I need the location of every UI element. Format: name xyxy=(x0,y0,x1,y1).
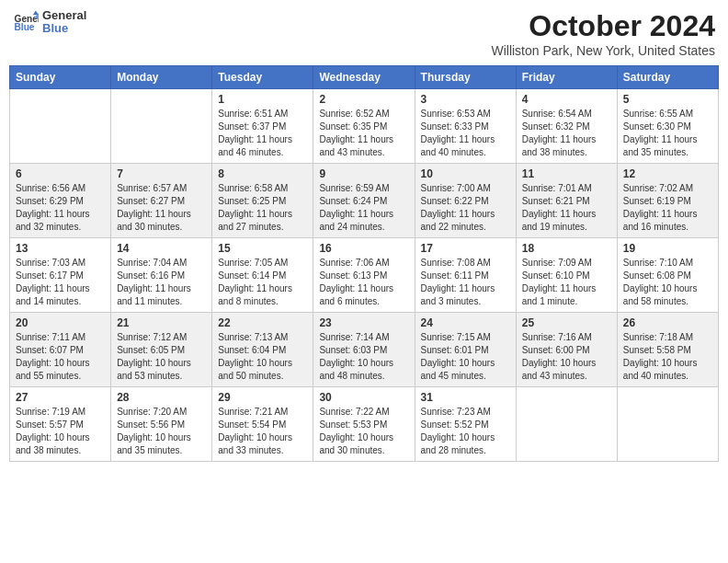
calendar-day-cell: 27Sunrise: 7:19 AM Sunset: 5:57 PM Dayli… xyxy=(10,387,111,462)
day-detail: Sunrise: 7:23 AM Sunset: 5:52 PM Dayligh… xyxy=(421,406,510,457)
day-detail: Sunrise: 6:58 AM Sunset: 6:25 PM Dayligh… xyxy=(218,182,307,234)
calendar-subtitle: Williston Park, New York, United States xyxy=(491,43,715,58)
day-number: 11 xyxy=(522,167,611,180)
logo-icon: General Blue xyxy=(13,9,39,35)
day-number: 25 xyxy=(522,316,611,329)
day-number: 18 xyxy=(522,242,611,255)
calendar-day-cell: 24Sunrise: 7:15 AM Sunset: 6:01 PM Dayli… xyxy=(415,313,516,387)
day-number: 27 xyxy=(16,391,105,404)
logo-line1: General xyxy=(42,9,86,22)
day-number: 23 xyxy=(319,316,408,329)
calendar-day-cell: 12Sunrise: 7:02 AM Sunset: 6:19 PM Dayli… xyxy=(617,164,718,238)
calendar-day-cell: 5Sunrise: 6:55 AM Sunset: 6:30 PM Daylig… xyxy=(617,89,718,164)
calendar-week-row: 1Sunrise: 6:51 AM Sunset: 6:37 PM Daylig… xyxy=(10,89,719,164)
day-of-week-header: Saturday xyxy=(617,66,718,89)
calendar-day-cell: 25Sunrise: 7:16 AM Sunset: 6:00 PM Dayli… xyxy=(516,313,617,387)
calendar-day-cell: 20Sunrise: 7:11 AM Sunset: 6:07 PM Dayli… xyxy=(10,313,111,387)
day-number: 16 xyxy=(319,242,408,255)
day-detail: Sunrise: 7:19 AM Sunset: 5:57 PM Dayligh… xyxy=(16,406,105,457)
calendar-day-cell xyxy=(111,89,212,164)
calendar-day-cell: 3Sunrise: 6:53 AM Sunset: 6:33 PM Daylig… xyxy=(415,89,516,164)
day-detail: Sunrise: 7:06 AM Sunset: 6:13 PM Dayligh… xyxy=(319,257,408,308)
day-detail: Sunrise: 6:56 AM Sunset: 6:29 PM Dayligh… xyxy=(16,182,105,234)
calendar-week-row: 27Sunrise: 7:19 AM Sunset: 5:57 PM Dayli… xyxy=(10,387,719,462)
day-of-week-header: Monday xyxy=(111,66,212,89)
day-detail: Sunrise: 7:11 AM Sunset: 6:07 PM Dayligh… xyxy=(16,331,105,383)
day-detail: Sunrise: 7:20 AM Sunset: 5:56 PM Dayligh… xyxy=(117,406,206,457)
calendar-day-cell: 10Sunrise: 7:00 AM Sunset: 6:22 PM Dayli… xyxy=(415,164,516,238)
calendar-day-cell: 19Sunrise: 7:10 AM Sunset: 6:08 PM Dayli… xyxy=(617,238,718,313)
calendar-day-cell: 23Sunrise: 7:14 AM Sunset: 6:03 PM Dayli… xyxy=(313,313,415,387)
calendar-day-cell: 21Sunrise: 7:12 AM Sunset: 6:05 PM Dayli… xyxy=(111,313,212,387)
day-of-week-header: Wednesday xyxy=(313,66,415,89)
day-detail: Sunrise: 7:21 AM Sunset: 5:54 PM Dayligh… xyxy=(218,406,307,457)
day-number: 7 xyxy=(117,167,206,180)
day-of-week-header: Tuesday xyxy=(212,66,313,89)
day-detail: Sunrise: 7:10 AM Sunset: 6:08 PM Dayligh… xyxy=(623,257,712,308)
day-number: 6 xyxy=(16,167,105,180)
day-detail: Sunrise: 6:57 AM Sunset: 6:27 PM Dayligh… xyxy=(117,182,206,234)
calendar-header-row: SundayMondayTuesdayWednesdayThursdayFrid… xyxy=(10,66,719,89)
calendar-day-cell: 26Sunrise: 7:18 AM Sunset: 5:58 PM Dayli… xyxy=(617,313,718,387)
day-detail: Sunrise: 7:00 AM Sunset: 6:22 PM Dayligh… xyxy=(421,182,510,234)
day-number: 14 xyxy=(117,242,206,255)
day-of-week-header: Thursday xyxy=(415,66,516,89)
calendar-day-cell: 4Sunrise: 6:54 AM Sunset: 6:32 PM Daylig… xyxy=(516,89,617,164)
day-number: 28 xyxy=(117,391,206,404)
day-detail: Sunrise: 7:04 AM Sunset: 6:16 PM Dayligh… xyxy=(117,257,206,308)
day-detail: Sunrise: 7:12 AM Sunset: 6:05 PM Dayligh… xyxy=(117,331,206,383)
svg-text:Blue: Blue xyxy=(15,23,35,33)
calendar-day-cell: 15Sunrise: 7:05 AM Sunset: 6:14 PM Dayli… xyxy=(212,238,313,313)
day-detail: Sunrise: 6:52 AM Sunset: 6:35 PM Dayligh… xyxy=(319,108,408,159)
calendar-day-cell: 6Sunrise: 6:56 AM Sunset: 6:29 PM Daylig… xyxy=(10,164,111,238)
day-number: 1 xyxy=(218,93,307,106)
day-detail: Sunrise: 7:01 AM Sunset: 6:21 PM Dayligh… xyxy=(522,182,611,234)
calendar-day-cell xyxy=(10,89,111,164)
day-detail: Sunrise: 6:51 AM Sunset: 6:37 PM Dayligh… xyxy=(218,108,307,159)
calendar-day-cell: 17Sunrise: 7:08 AM Sunset: 6:11 PM Dayli… xyxy=(415,238,516,313)
page-header: General Blue General Blue October 2024 W… xyxy=(9,9,719,58)
day-detail: Sunrise: 7:14 AM Sunset: 6:03 PM Dayligh… xyxy=(319,331,408,383)
calendar-week-row: 20Sunrise: 7:11 AM Sunset: 6:07 PM Dayli… xyxy=(10,313,719,387)
calendar-day-cell xyxy=(516,387,617,462)
calendar-day-cell: 7Sunrise: 6:57 AM Sunset: 6:27 PM Daylig… xyxy=(111,164,212,238)
day-detail: Sunrise: 7:15 AM Sunset: 6:01 PM Dayligh… xyxy=(421,331,510,383)
logo-text: General Blue xyxy=(42,9,86,36)
day-number: 30 xyxy=(319,391,408,404)
day-number: 21 xyxy=(117,316,206,329)
calendar-day-cell: 30Sunrise: 7:22 AM Sunset: 5:53 PM Dayli… xyxy=(313,387,415,462)
day-number: 26 xyxy=(623,316,712,329)
day-number: 29 xyxy=(218,391,307,404)
title-block: October 2024 Williston Park, New York, U… xyxy=(491,9,715,58)
day-number: 31 xyxy=(421,391,510,404)
logo-line2: Blue xyxy=(42,22,86,35)
day-number: 24 xyxy=(421,316,510,329)
day-number: 10 xyxy=(421,167,510,180)
day-of-week-header: Sunday xyxy=(10,66,111,89)
day-number: 20 xyxy=(16,316,105,329)
day-detail: Sunrise: 7:22 AM Sunset: 5:53 PM Dayligh… xyxy=(319,406,408,457)
calendar-day-cell: 13Sunrise: 7:03 AM Sunset: 6:17 PM Dayli… xyxy=(10,238,111,313)
calendar-day-cell: 29Sunrise: 7:21 AM Sunset: 5:54 PM Dayli… xyxy=(212,387,313,462)
day-number: 15 xyxy=(218,242,307,255)
calendar-title: October 2024 xyxy=(491,9,715,43)
calendar-day-cell: 16Sunrise: 7:06 AM Sunset: 6:13 PM Dayli… xyxy=(313,238,415,313)
day-number: 3 xyxy=(421,93,510,106)
day-detail: Sunrise: 7:09 AM Sunset: 6:10 PM Dayligh… xyxy=(522,257,611,308)
day-number: 19 xyxy=(623,242,712,255)
calendar-day-cell: 18Sunrise: 7:09 AM Sunset: 6:10 PM Dayli… xyxy=(516,238,617,313)
day-detail: Sunrise: 7:18 AM Sunset: 5:58 PM Dayligh… xyxy=(623,331,712,383)
calendar-day-cell: 14Sunrise: 7:04 AM Sunset: 6:16 PM Dayli… xyxy=(111,238,212,313)
calendar-week-row: 6Sunrise: 6:56 AM Sunset: 6:29 PM Daylig… xyxy=(10,164,719,238)
day-detail: Sunrise: 7:08 AM Sunset: 6:11 PM Dayligh… xyxy=(421,257,510,308)
calendar-day-cell xyxy=(617,387,718,462)
day-number: 12 xyxy=(623,167,712,180)
day-number: 2 xyxy=(319,93,408,106)
day-detail: Sunrise: 7:05 AM Sunset: 6:14 PM Dayligh… xyxy=(218,257,307,308)
day-detail: Sunrise: 7:03 AM Sunset: 6:17 PM Dayligh… xyxy=(16,257,105,308)
calendar-day-cell: 1Sunrise: 6:51 AM Sunset: 6:37 PM Daylig… xyxy=(212,89,313,164)
day-number: 5 xyxy=(623,93,712,106)
calendar-week-row: 13Sunrise: 7:03 AM Sunset: 6:17 PM Dayli… xyxy=(10,238,719,313)
day-number: 13 xyxy=(16,242,105,255)
calendar-day-cell: 31Sunrise: 7:23 AM Sunset: 5:52 PM Dayli… xyxy=(415,387,516,462)
